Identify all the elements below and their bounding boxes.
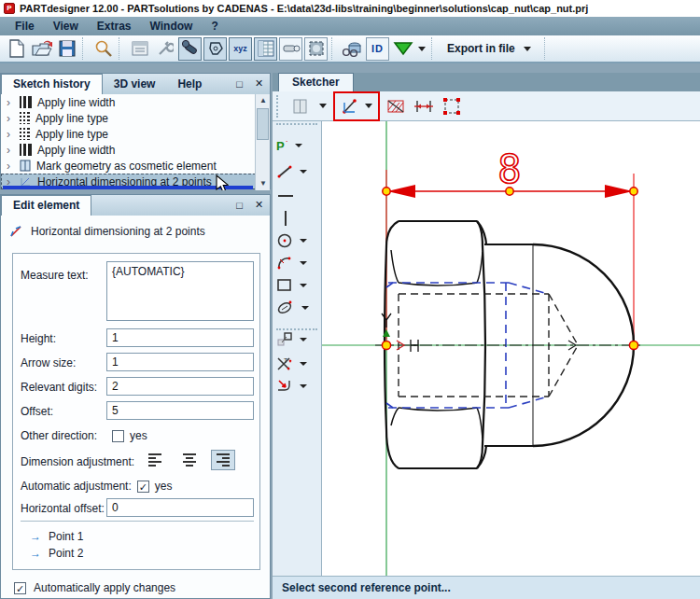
form-properties-button[interactable] — [128, 37, 151, 61]
tab-3d-view[interactable]: 3D view — [103, 75, 167, 94]
menu-file[interactable]: File — [6, 18, 44, 35]
list-item[interactable]: › Apply line type — [1, 126, 270, 142]
horizontal-offset-input[interactable] — [106, 498, 254, 517]
other-direction-checkbox[interactable] — [112, 430, 124, 442]
horizontal-offset-label: Horizontal offset: — [21, 502, 105, 515]
rectangle-tool-button[interactable] — [276, 274, 319, 297]
close-icon[interactable]: ✕ — [252, 198, 266, 212]
line-tool-button[interactable] — [276, 160, 319, 183]
point-tool-button[interactable]: P · — [276, 134, 319, 157]
zoom-button[interactable] — [91, 37, 115, 61]
maximize-icon[interactable]: □ — [232, 198, 246, 212]
rectangle-dropdown-icon[interactable] — [300, 284, 307, 287]
point-tool-icon: P — [276, 139, 285, 153]
open-folder-icon — [32, 40, 52, 57]
relevant-digits-input[interactable] — [106, 377, 254, 396]
scrollbar-thumb[interactable] — [257, 108, 269, 140]
expander-icon[interactable]: › — [7, 144, 14, 157]
parameters-group: Measure text: {AUTOMATIC} Height: Arrow … — [12, 253, 260, 570]
menu-help[interactable]: ? — [202, 18, 227, 35]
circle-tool-button[interactable] — [276, 230, 319, 252]
align-center-button[interactable] — [177, 450, 202, 470]
value-table-button[interactable] — [254, 37, 277, 61]
key-features-button[interactable] — [279, 37, 302, 61]
tab-sketcher[interactable]: Sketcher — [278, 73, 354, 91]
id-button[interactable]: ID — [366, 37, 389, 61]
hatch-button[interactable] — [384, 94, 408, 118]
height-input[interactable] — [106, 328, 254, 347]
auto-apply-checkbox[interactable]: ✓ — [14, 582, 26, 594]
wrench-settings-button[interactable] — [153, 37, 176, 61]
expander-icon[interactable]: › — [7, 160, 14, 173]
transform-tool-button[interactable] — [276, 328, 319, 351]
circle-dropdown-icon[interactable] — [300, 239, 307, 243]
point-2-row[interactable]: → Point 2 — [30, 547, 83, 560]
point-dropdown-icon[interactable] — [295, 144, 302, 147]
vertical-line-tool-button[interactable] — [276, 207, 319, 230]
expander-icon[interactable]: › — [7, 128, 14, 141]
menu-view[interactable]: View — [44, 18, 88, 35]
expander-icon[interactable]: › — [7, 96, 14, 109]
automatic-adjustment-label: Automatic adjustment: — [21, 480, 132, 493]
tab-help[interactable]: Help — [166, 75, 213, 94]
line-dropdown-icon[interactable] — [300, 170, 307, 174]
dimension-tool-button[interactable] — [338, 94, 362, 118]
xyz-variables-button[interactable]: xyz — [229, 37, 252, 61]
align-left-button[interactable] — [144, 450, 168, 470]
export-dropdown-icon — [524, 47, 531, 51]
menu-extras[interactable]: Extras — [88, 18, 141, 35]
marquee-icon — [442, 97, 461, 116]
point-1-row[interactable]: → Point 1 — [30, 530, 83, 543]
toolbar-separator — [119, 37, 124, 60]
align-right-button[interactable] — [211, 450, 235, 470]
ellipse-dropdown-icon[interactable] — [301, 306, 309, 310]
menu-window[interactable]: Window — [141, 18, 203, 35]
dimension-dropdown-icon[interactable] — [365, 104, 372, 108]
measure-text-input[interactable]: {AUTOMATIC} — [106, 261, 254, 321]
expander-icon[interactable]: › — [7, 112, 14, 125]
horizontal-line-tool-button[interactable] — [276, 185, 319, 207]
horizontal-dimension-icon — [413, 98, 434, 115]
list-item[interactable]: › Mark geometry as cosmetic element — [1, 158, 270, 174]
trim-tool-button[interactable]: T — [276, 353, 319, 375]
glasses-preview-button[interactable] — [341, 37, 364, 61]
screw-3d-button[interactable] — [178, 37, 202, 61]
list-item[interactable]: › Apply line type — [1, 110, 270, 126]
offset-input[interactable] — [106, 401, 254, 420]
open-folder-button[interactable] — [30, 37, 53, 61]
sketch-polygon-button[interactable] — [203, 37, 227, 61]
marquee-button[interactable] — [440, 94, 464, 118]
fillet-dropdown-icon[interactable] — [300, 384, 307, 388]
automatic-adjustment-checkbox[interactable]: ✓ — [137, 481, 149, 493]
arc-tool-button[interactable] — [276, 252, 319, 274]
scroll-up-icon[interactable]: ▲ — [256, 94, 270, 107]
insert-book-button[interactable] — [288, 94, 313, 118]
horizontal-dimension-button[interactable] — [412, 94, 436, 118]
list-item[interactable]: › Apply line width — [1, 94, 270, 110]
new-document-button[interactable] — [5, 37, 28, 61]
save-button[interactable] — [55, 37, 78, 61]
sketch-canvas[interactable]: 8 — [322, 121, 700, 576]
other-direction-label: Other direction: — [21, 429, 106, 442]
close-icon[interactable]: ✕ — [252, 77, 266, 91]
scroll-down-icon[interactable]: ▼ — [256, 177, 270, 190]
transform-dropdown-icon[interactable] — [300, 338, 307, 341]
arc-dropdown-icon[interactable] — [300, 261, 307, 265]
toolbar-grip[interactable] — [276, 95, 281, 118]
generate-button[interactable] — [391, 37, 414, 61]
fillet-tool-button[interactable] — [276, 375, 319, 397]
maximize-icon[interactable]: □ — [232, 77, 246, 91]
insert-dropdown-icon[interactable] — [319, 104, 327, 108]
vertical-scrollbar[interactable]: ▲ ▼ — [255, 94, 270, 190]
generate-dropdown-icon[interactable] — [418, 47, 426, 51]
tab-sketch-history[interactable]: Sketch history — [1, 74, 103, 94]
xyz-icon: xyz — [233, 44, 247, 53]
list-item[interactable]: › Apply line width — [1, 142, 270, 158]
render-preview-button[interactable] — [304, 37, 328, 61]
strip-grip[interactable] — [276, 123, 317, 129]
trim-dropdown-icon[interactable] — [300, 362, 307, 366]
export-in-file-button[interactable]: Export in file — [440, 39, 541, 58]
arrow-size-input[interactable] — [106, 353, 254, 371]
ellipse-tool-button[interactable] — [276, 297, 319, 319]
point-2-arrow-icon: → — [30, 547, 41, 560]
